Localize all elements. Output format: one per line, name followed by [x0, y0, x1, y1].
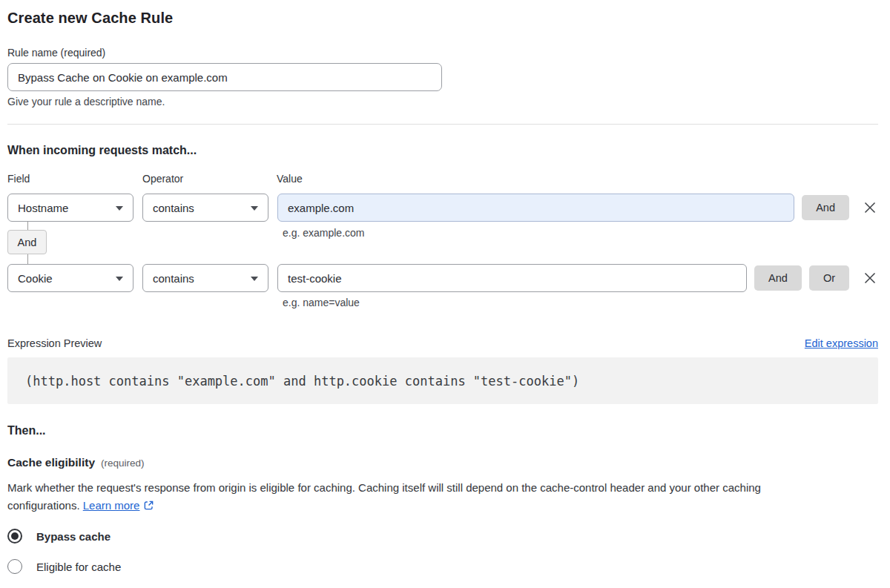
- operator-select-value: contains: [153, 272, 194, 285]
- value-hint: e.g. example.com: [283, 227, 365, 240]
- close-icon: [863, 271, 877, 285]
- or-button[interactable]: Or: [809, 265, 849, 291]
- connector-line: [27, 254, 28, 264]
- remove-condition-button[interactable]: [862, 199, 878, 216]
- chevron-down-icon: [251, 277, 258, 281]
- condition-row-2: Cookie contains And Or: [7, 264, 878, 292]
- expression-preview-header: Expression Preview Edit expression: [7, 337, 878, 349]
- cache-eligibility-heading: Cache eligibility: [7, 456, 95, 469]
- close-icon: [863, 200, 877, 215]
- radio-option-eligible-for-cache[interactable]: Eligible for cache: [7, 559, 878, 574]
- create-cache-rule-page: Create new Cache Rule Rule name (require…: [0, 0, 890, 588]
- condition-connector-area: e.g. example.com And: [7, 222, 878, 264]
- connector-and-button[interactable]: And: [7, 230, 47, 254]
- field-select-value: Hostname: [18, 202, 68, 214]
- condition-row-1: Hostname contains And: [7, 194, 878, 222]
- rule-name-label: Rule name (required): [7, 47, 878, 59]
- radio-button[interactable]: [7, 559, 22, 574]
- external-link-icon: [143, 498, 154, 516]
- remove-condition-button[interactable]: [862, 270, 878, 286]
- then-heading: Then...: [7, 423, 878, 437]
- chevron-down-icon: [251, 206, 258, 211]
- rule-name-helper: Give your rule a descriptive name.: [7, 96, 878, 108]
- cache-eligibility-description: Mark whether the request's response from…: [7, 479, 823, 516]
- expression-code-block: (http.host contains "example.com" and ht…: [7, 357, 878, 404]
- field-select[interactable]: Cookie: [7, 264, 134, 292]
- operator-select-value: contains: [153, 202, 194, 214]
- condition-column-labels: Field Operator Value: [7, 173, 878, 185]
- radio-button-selected[interactable]: [7, 529, 22, 544]
- match-heading: When incoming requests match...: [7, 143, 878, 157]
- section-divider: [7, 124, 878, 125]
- radio-label: Eligible for cache: [36, 561, 121, 573]
- field-select-value: Cookie: [18, 272, 53, 285]
- required-note: (required): [101, 457, 145, 469]
- and-button[interactable]: And: [754, 265, 802, 291]
- column-label-field: Field: [7, 173, 142, 185]
- edit-expression-link[interactable]: Edit expression: [805, 337, 878, 349]
- expression-code: (http.host contains "example.com" and ht…: [25, 374, 579, 389]
- column-label-value: Value: [277, 173, 303, 185]
- page-title: Create new Cache Rule: [7, 9, 878, 27]
- connector-line: [27, 222, 28, 230]
- column-label-operator: Operator: [142, 173, 277, 185]
- chevron-down-icon: [116, 277, 123, 281]
- cache-eligibility-header: Cache eligibility (required): [7, 456, 878, 469]
- and-button[interactable]: And: [802, 195, 849, 220]
- radio-label: Bypass cache: [36, 530, 111, 543]
- chevron-down-icon: [116, 206, 123, 211]
- value-input[interactable]: [277, 194, 794, 222]
- field-select[interactable]: Hostname: [7, 194, 134, 222]
- value-input[interactable]: [277, 264, 747, 292]
- operator-select[interactable]: contains: [142, 264, 268, 292]
- radio-option-bypass-cache[interactable]: Bypass cache: [7, 529, 878, 544]
- learn-more-link[interactable]: Learn more: [83, 499, 140, 512]
- operator-select[interactable]: contains: [142, 194, 268, 222]
- expression-preview-label: Expression Preview: [7, 337, 102, 349]
- value-hint: e.g. name=value: [283, 297, 878, 309]
- rule-name-input[interactable]: [7, 63, 442, 91]
